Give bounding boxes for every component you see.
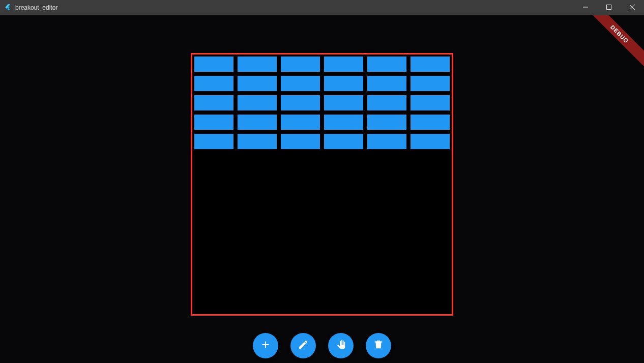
- app-window: breakout_editor DEBUG: [0, 0, 644, 363]
- tool-bar: [0, 331, 644, 360]
- brick[interactable]: [324, 134, 363, 149]
- brick[interactable]: [324, 57, 363, 72]
- brick-row: [192, 113, 452, 132]
- brick[interactable]: [238, 57, 277, 72]
- brick[interactable]: [281, 95, 320, 110]
- brick[interactable]: [411, 95, 450, 110]
- close-button[interactable]: [621, 0, 644, 15]
- brick[interactable]: [367, 76, 406, 91]
- window-title: breakout_editor: [15, 4, 57, 11]
- brick[interactable]: [238, 134, 277, 149]
- brick[interactable]: [194, 57, 233, 72]
- svg-rect-4: [607, 5, 611, 10]
- brick[interactable]: [238, 76, 277, 91]
- brick-row: [192, 74, 452, 93]
- brick[interactable]: [238, 115, 277, 130]
- brick[interactable]: [411, 76, 450, 91]
- delete-button[interactable]: [366, 333, 391, 358]
- minimize-icon: [583, 4, 588, 11]
- brick[interactable]: [367, 57, 406, 72]
- brick[interactable]: [281, 57, 320, 72]
- brick[interactable]: [194, 76, 233, 91]
- brick[interactable]: [238, 95, 277, 110]
- brick[interactable]: [411, 115, 450, 130]
- brick[interactable]: [194, 95, 233, 110]
- brick[interactable]: [324, 95, 363, 110]
- titlebar-left: breakout_editor: [0, 4, 57, 12]
- flutter-icon: [4, 4, 11, 12]
- close-icon: [630, 4, 635, 11]
- minimize-button[interactable]: [574, 0, 597, 15]
- window-controls: [574, 0, 644, 15]
- debug-banner-label: DEBUG: [580, 15, 644, 74]
- brick[interactable]: [194, 134, 233, 149]
- pencil-icon: [298, 339, 309, 352]
- client-area: DEBUG: [0, 15, 644, 363]
- brick[interactable]: [324, 115, 363, 130]
- brick[interactable]: [281, 134, 320, 149]
- pan-button[interactable]: [328, 333, 354, 358]
- brick[interactable]: [411, 134, 450, 149]
- titlebar: breakout_editor: [0, 0, 644, 15]
- brick[interactable]: [281, 115, 320, 130]
- debug-banner: DEBUG: [573, 15, 644, 87]
- maximize-button[interactable]: [597, 0, 621, 15]
- hand-icon: [335, 339, 346, 352]
- level-canvas[interactable]: [191, 53, 453, 316]
- brick-grid: [192, 54, 452, 151]
- trash-icon: [373, 339, 384, 352]
- brick-row: [192, 93, 452, 113]
- plus-icon: [260, 339, 271, 352]
- brick[interactable]: [194, 115, 233, 130]
- brick[interactable]: [324, 76, 363, 91]
- brick-row: [192, 54, 452, 74]
- add-button[interactable]: [253, 333, 278, 358]
- brick[interactable]: [367, 115, 406, 130]
- edit-button[interactable]: [290, 333, 316, 358]
- brick[interactable]: [281, 76, 320, 91]
- brick-row: [192, 132, 452, 151]
- brick[interactable]: [367, 95, 406, 110]
- maximize-icon: [606, 4, 611, 11]
- brick[interactable]: [411, 57, 450, 72]
- brick[interactable]: [367, 134, 406, 149]
